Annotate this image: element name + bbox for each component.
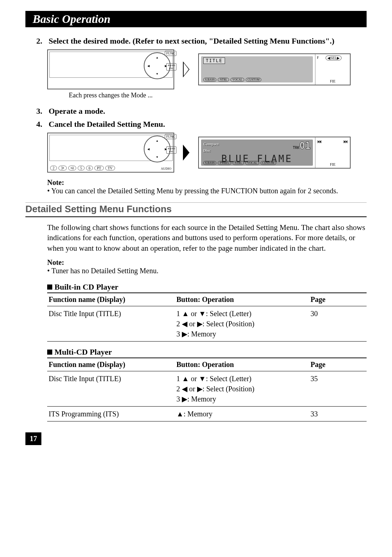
- step-4-text: Cancel the Detailed Setting Menu.: [49, 120, 165, 129]
- table-title-mcd: Multi-CD Player: [47, 347, 367, 357]
- lcd-compact-disc: Compact Disc: [203, 142, 219, 153]
- arrow-up-icon: ▲: [156, 139, 159, 142]
- lcd-side-2: ⏮ ⏭ FIE: [315, 137, 350, 168]
- lcd-btm-0: S.BASS: [203, 78, 216, 82]
- lcd-play-screen: Compact Disc TRK01 BLUE FLAME S.BASS PWR…: [198, 137, 351, 169]
- btn-6: 6: [86, 166, 93, 170]
- device-knob-2: ▲ ▼ ◀ ▶ FUNC BAND ESC: [144, 136, 171, 162]
- mcd-r0-fn: Disc Title Input (TITLE): [47, 371, 175, 407]
- section-intro: The following chart shows functions for …: [47, 222, 367, 253]
- audio-label: AUDIO: [161, 167, 171, 170]
- lcd-title-screen: TITLE S.BASS NTRL VOCAL CUSTOM F ◀SEL▶ F…: [198, 53, 351, 85]
- note-body-1: • You can cancel the Detailed Setting Me…: [47, 187, 367, 195]
- page-title: Basic Operation: [33, 12, 110, 25]
- lcd2-btm-1: PWRFL: [218, 161, 231, 165]
- func-label-2: FUNC: [165, 134, 176, 139]
- device-knob: ▲ ▼ ◀ ▶ FUNC BAND ESC: [144, 52, 171, 79]
- cd-r0-op: 1 ▲ or ▼: Select (Letter) 2 ◀ or ▶: Sele…: [175, 306, 309, 342]
- arrow-left-icon: ◀: [147, 148, 150, 151]
- arrow-up-icon: ▲: [156, 56, 159, 59]
- lcd-side: F ◀SEL▶ FIE: [315, 54, 350, 85]
- note-block-1: Note: • You can cancel the Detailed Sett…: [47, 178, 367, 195]
- square-bullet-icon: [47, 284, 52, 290]
- step-3: 3. Operate a mode.: [36, 106, 367, 116]
- th-fn: Function name (Display): [47, 293, 175, 306]
- section-title: Detailed Setting Menu Functions: [25, 203, 172, 214]
- section-detailed-functions: Detailed Setting Menu Functions: [25, 202, 367, 217]
- lcd2-btm-2: NTRL: [233, 161, 244, 165]
- cd-r0-pg: 30: [309, 306, 367, 342]
- step-2-num: 2.: [36, 36, 49, 46]
- note-body-2: • Tuner has no Detailed Setting Menu.: [47, 267, 367, 275]
- arrow-down-icon: ▼: [156, 156, 159, 159]
- lcd-bottom-labels-2: S.BASS PWRFL NTRL VOCAL CUSTOM: [203, 161, 311, 165]
- device-illustration-1: ▲ ▼ ◀ ▶ FUNC BAND ESC: [47, 49, 174, 89]
- note-block-2: Note: • Tuner has no Detailed Setting Me…: [47, 258, 367, 275]
- mcd-r1-pg: 33: [309, 407, 367, 421]
- band-esc-label-2: BAND ESC: [166, 146, 176, 154]
- step-3-num: 3.: [36, 106, 49, 116]
- th-op: Button: Operation: [175, 293, 309, 306]
- illustration-row-2: ▲ ▼ ◀ ▶ FUNC BAND ESC 2 3• •4 5 6 PT TV …: [47, 133, 367, 173]
- note-label-2: Note:: [47, 258, 367, 267]
- page-title-band: Basic Operation: [25, 11, 367, 27]
- lcd-main: TITLE S.BASS NTRL VOCAL CUSTOM: [201, 56, 313, 82]
- step-2-text: Select the desired mode. (Refer to next …: [49, 36, 334, 46]
- step-3-text: Operate a mode.: [49, 106, 105, 116]
- step-4-num: 4.: [36, 120, 49, 129]
- band-esc-label: BAND ESC: [166, 63, 176, 70]
- page-number: 17: [25, 432, 41, 445]
- device-num-buttons: 2 3• •4 5 6 PT TV: [50, 166, 115, 170]
- btn-5: 5: [78, 166, 85, 170]
- table-row: Disc Title Input (TITLE) 1 ▲ or ▼: Selec…: [47, 306, 367, 342]
- mcd-r1-fn: ITS Programming (ITS): [47, 407, 175, 421]
- btn-3: 3•: [58, 166, 67, 170]
- step-4: 4. Cancel the Detailed Setting Menu.: [36, 120, 367, 129]
- caption-1: Each press changes the Mode ...: [47, 92, 174, 99]
- arrow-left-icon: ◀: [147, 64, 150, 68]
- note-label-1: Note:: [47, 178, 367, 187]
- lcd-f: F: [317, 56, 319, 60]
- th-op-2: Button: Operation: [175, 358, 309, 371]
- device-illustration-2: ▲ ▼ ◀ ▶ FUNC BAND ESC 2 3• •4 5 6 PT TV …: [47, 133, 174, 173]
- illustration-row-1: ▲ ▼ ◀ ▶ FUNC BAND ESC TITLE S.BASS NTRL …: [47, 49, 367, 89]
- square-bullet-icon: [47, 350, 52, 355]
- lcd2-fie: FIE: [317, 162, 348, 166]
- table-row: Disc Title Input (TITLE) 1 ▲ or ▼: Selec…: [47, 371, 367, 407]
- mcd-r0-pg: 35: [309, 371, 367, 407]
- table-cd: Function name (Display) Button: Operatio…: [47, 292, 367, 342]
- lcd-btm-2: NTRL: [218, 78, 229, 82]
- lcd-trk: TRK01: [293, 140, 311, 151]
- th-fn-2: Function name (Display): [47, 358, 175, 371]
- lcd-btm-3: VOCAL: [230, 78, 244, 82]
- arrow-down-icon: ▼: [156, 72, 159, 76]
- lcd2-btm-3: VOCAL: [245, 161, 259, 165]
- table-mcd: Function name (Display) Button: Operatio…: [47, 358, 367, 421]
- page: Basic Operation 2. Select the desired mo…: [0, 0, 392, 456]
- lcd-fie: FIE: [317, 79, 348, 83]
- func-label: FUNC: [165, 51, 176, 56]
- lcd-main-2: Compact Disc TRK01 BLUE FLAME S.BASS PWR…: [201, 140, 313, 166]
- btn-pt: PT: [94, 166, 104, 170]
- lcd2-btm-0: S.BASS: [203, 161, 216, 165]
- lcd-bottom-labels: S.BASS NTRL VOCAL CUSTOM: [203, 78, 311, 82]
- lcd-corner-title: TITLE: [203, 57, 225, 64]
- step-2: 2. Select the desired mode. (Refer to ne…: [36, 36, 367, 46]
- btn-4: •4: [68, 166, 77, 170]
- cd-r0-fn: Disc Title Input (TITLE): [47, 306, 175, 342]
- lcd-sel: ◀SEL▶: [326, 56, 342, 60]
- btn-tv: TV: [105, 166, 115, 170]
- arrow-right-hollow-icon: [183, 61, 189, 77]
- next-icon: ⏭: [343, 139, 348, 145]
- lcd2-btm-4: CUSTOM: [261, 161, 276, 165]
- arrow-right-solid-icon: [183, 145, 189, 161]
- btn-2: 2: [50, 166, 57, 170]
- table-row: ITS Programming (ITS) ▲: Memory 33: [47, 407, 367, 421]
- mcd-r0-op: 1 ▲ or ▼: Select (Letter) 2 ◀ or ▶: Sele…: [175, 371, 309, 407]
- prev-icon: ⏮: [317, 139, 322, 145]
- th-pg: Page: [309, 293, 367, 306]
- table-title-cd: Built-in CD Player: [47, 282, 367, 292]
- mcd-r1-op: ▲: Memory: [175, 407, 309, 421]
- lcd-btm-4: CUSTOM: [246, 78, 261, 82]
- th-pg-2: Page: [309, 358, 367, 371]
